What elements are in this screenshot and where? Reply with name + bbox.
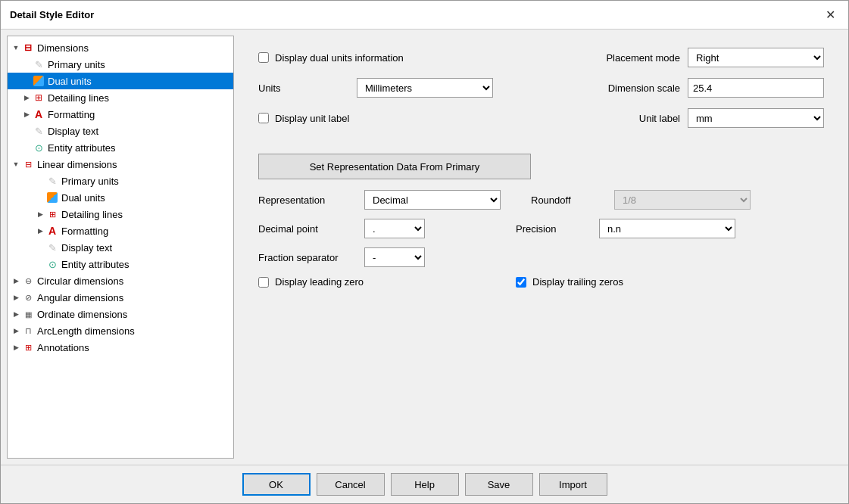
close-button[interactable]: ✕	[821, 6, 839, 24]
annotations-icon: ⊞	[21, 341, 35, 354]
placement-mode-select[interactable]: Right Left Above Below	[688, 48, 824, 67]
decimal-precision-row: Decimal point . , Precision n.n n.nn	[258, 219, 824, 238]
cancel-button[interactable]: Cancel	[317, 473, 385, 496]
display-trailing-zeros-label: Display trailing zeros	[532, 276, 623, 288]
tree-item-ordinate-dimensions[interactable]: ▶ ▦ Ordinate dimensions	[8, 306, 233, 322]
unit-label-select[interactable]: mm in ft	[688, 108, 824, 128]
fraction-separator-label: Fraction separator	[258, 252, 357, 263]
precision-select[interactable]: n.n n.nn n.nnn	[599, 219, 735, 238]
tree-item-annotations[interactable]: ▶ ⊞ Annotations	[8, 339, 233, 356]
fraction-separator-select[interactable]: - /	[364, 247, 425, 267]
expand-arrow-arclength: ▶	[11, 325, 21, 336]
units-row: Units Millimeters Inches Feet Dimension …	[258, 78, 824, 98]
expand-arrow-lin-entity	[35, 259, 45, 269]
title-bar: Detail Style Editor ✕	[1, 1, 848, 30]
tree-label-entity-attributes: Entity attributes	[48, 142, 116, 154]
tree-label-dimensions: Dimensions	[37, 42, 89, 54]
roundoff-select[interactable]: 1/8 1/16 1/32	[614, 190, 751, 210]
tree-item-primary-units[interactable]: ✎ Primary units	[8, 56, 233, 73]
tree-label-detailing-lines: Detailing lines	[48, 92, 109, 104]
dialog-body: ▼ ⊟ Dimensions ✎ Primary units Dual unit…	[1, 30, 848, 465]
entity-attributes-icon: ⊙	[32, 141, 45, 154]
tree-item-dual-units[interactable]: Dual units	[8, 73, 233, 89]
dimensions-icon: ⊟	[21, 41, 35, 54]
primary-units-icon: ✎	[32, 58, 45, 71]
tree-item-entity-attributes[interactable]: ⊙ Entity attributes	[8, 139, 233, 156]
expand-arrow-angular: ▶	[11, 292, 21, 303]
lin-entity-attributes-icon: ⊙	[45, 257, 59, 271]
tree-item-arclength-dimensions[interactable]: ▶ ⊓ ArcLength dimensions	[8, 322, 233, 339]
tree-label-lin-primary-units: Primary units	[61, 176, 119, 187]
display-trailing-zeros-checkbox[interactable]	[516, 277, 526, 288]
tree-item-detailing-lines[interactable]: ▶ ⊞ Detailing lines	[8, 89, 233, 106]
tree-label-lin-formatting: Formatting	[61, 226, 108, 237]
right-panel: Display dual units information Placement…	[240, 36, 842, 459]
detailing-lines-icon: ⊞	[32, 91, 45, 104]
tree-item-display-text[interactable]: ✎ Display text	[8, 123, 233, 139]
save-button[interactable]: Save	[465, 473, 533, 496]
tree-item-lin-entity-attributes[interactable]: ⊙ Entity attributes	[8, 256, 233, 272]
tree-label-lin-detailing-lines: Detailing lines	[61, 209, 123, 220]
import-button[interactable]: Import	[539, 473, 607, 496]
tree-item-lin-dual-units[interactable]: Dual units	[8, 189, 233, 206]
top-row: Display dual units information Placement…	[258, 48, 824, 67]
display-text-icon: ✎	[32, 124, 45, 138]
display-leading-zero-label: Display leading zero	[275, 276, 364, 288]
tree-item-angular-dimensions[interactable]: ▶ ⊘ Angular dimensions	[8, 289, 233, 306]
tree-label-ordinate-dimensions: Ordinate dimensions	[37, 309, 127, 320]
display-dual-units-checkbox[interactable]	[258, 52, 269, 63]
precision-group: Precision n.n n.nn n.nnn	[516, 219, 824, 238]
tree-panel: ▼ ⊟ Dimensions ✎ Primary units Dual unit…	[7, 36, 234, 459]
representation-select[interactable]: Decimal Fractional Scientific	[364, 190, 501, 210]
units-group: Units Millimeters Inches Feet	[258, 78, 578, 98]
footer: OK Cancel Help Save Import	[1, 465, 848, 503]
detail-style-editor-dialog: Detail Style Editor ✕ ▼ ⊟ Dimensions ✎ P…	[0, 0, 849, 504]
tree-label-lin-dual-units: Dual units	[61, 192, 105, 204]
expand-arrow-ordinate: ▶	[11, 309, 21, 319]
expand-arrow-lin-display	[35, 242, 45, 253]
linear-dimensions-icon: ⊟	[21, 157, 35, 171]
tree-item-linear-dimensions[interactable]: ▼ ⊟ Linear dimensions	[8, 156, 233, 173]
zeros-row: Display leading zero Display trailing ze…	[258, 276, 824, 288]
dimension-scale-input[interactable]	[688, 78, 824, 98]
lin-detailing-lines-icon: ⊞	[45, 207, 59, 221]
roundoff-label: Roundoff	[531, 194, 607, 206]
fraction-row: Fraction separator - /	[258, 247, 824, 267]
lin-dual-units-icon	[45, 191, 59, 204]
display-unit-label-checkbox[interactable]	[258, 113, 269, 123]
dimension-scale-label: Dimension scale	[608, 82, 680, 94]
tree-item-lin-formatting[interactable]: ▶ A Formatting	[8, 222, 233, 239]
tree-item-lin-display-text[interactable]: ✎ Display text	[8, 239, 233, 256]
ordinate-dimensions-icon: ▦	[21, 307, 35, 321]
representation-group: Representation Decimal Fractional Scient…	[258, 190, 501, 210]
placement-mode-group: Placement mode Right Left Above Below	[606, 48, 824, 67]
tree-item-dimensions[interactable]: ▼ ⊟ Dimensions	[8, 39, 233, 56]
unit-label-row: Display unit label Unit label mm in ft	[258, 108, 824, 128]
expand-arrow-lin-dual	[35, 192, 45, 203]
tree-item-formatting[interactable]: ▶ A Formatting	[8, 106, 233, 123]
tree-item-circular-dimensions[interactable]: ▶ ⊖ Circular dimensions	[8, 272, 233, 289]
lin-primary-units-icon: ✎	[45, 174, 59, 188]
tree-label-formatting: Formatting	[48, 109, 95, 120]
display-unit-label-row: Display unit label	[258, 113, 349, 124]
tree-label-primary-units: Primary units	[48, 59, 105, 70]
expand-arrow-linear: ▼	[11, 159, 21, 170]
tree-item-lin-detailing-lines[interactable]: ▶ ⊞ Detailing lines	[8, 206, 233, 222]
ok-button[interactable]: OK	[242, 473, 311, 496]
display-leading-zero-checkbox[interactable]	[258, 277, 269, 288]
trailing-zeros-group: Display trailing zeros	[516, 276, 623, 288]
tree-label-lin-display-text: Display text	[61, 242, 112, 254]
decimal-point-select[interactable]: . ,	[364, 219, 425, 238]
units-select[interactable]: Millimeters Inches Feet	[357, 78, 493, 98]
expand-arrow-lin-detailing: ▶	[35, 209, 45, 219]
tree-label-dual-units: Dual units	[48, 76, 92, 87]
tree-label-linear-dimensions: Linear dimensions	[37, 159, 117, 170]
tree-item-lin-primary-units[interactable]: ✎ Primary units	[8, 173, 233, 189]
formatting-icon: A	[32, 107, 45, 121]
lin-display-text-icon: ✎	[45, 241, 59, 254]
help-button[interactable]: Help	[391, 473, 459, 496]
unit-label-label: Unit label	[639, 113, 680, 124]
tree-label-display-text: Display text	[48, 126, 98, 137]
dimension-scale-group: Dimension scale	[608, 78, 824, 98]
set-representation-button[interactable]: Set Representation Data From Primary	[258, 154, 531, 179]
